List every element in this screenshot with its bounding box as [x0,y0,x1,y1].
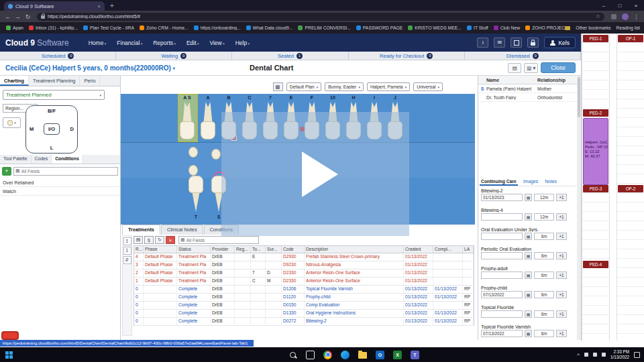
mail-icon[interactable]: ✉ [494,38,505,48]
bookmark-item[interactable]: Club New [492,25,522,30]
select-bunny-easter[interactable]: Bunny, Easter▾ [325,82,364,91]
tab-clinical-notes[interactable]: Clinical Notes [161,225,203,235]
column-header-created[interactable]: Created [404,246,433,253]
appointment-block[interactable]: Halpert, CeCPedo : NP ChiE: 13.22M: 40.3… [583,118,608,185]
care-date-input[interactable] [481,291,523,298]
close-button[interactable]: Close [541,62,576,73]
notification-icon[interactable] [634,352,640,358]
bookmark-item[interactable]: Plan Test Cycle - IIRA [81,25,136,30]
tab-notes[interactable]: Notes [543,178,558,186]
tab-close-icon[interactable]: × [97,3,101,9]
surface-mesial[interactable]: M [30,126,34,132]
refresh-icon[interactable]: ↻ [23,13,33,20]
bookmark-item[interactable]: IT Stuff [465,25,490,30]
left-search-input[interactable] [21,169,116,174]
treatments-search-input[interactable] [186,238,257,243]
care-plus-button[interactable]: +1 [556,272,567,279]
care-date-input[interactable] [481,330,523,337]
record-button[interactable] [1,331,19,340]
menu-edit[interactable]: Edit [182,37,204,49]
contact-row[interactable]: Dr. Tooth FairyOrthodontist [478,93,577,102]
refresh-icon[interactable]: ↻ [155,236,164,244]
window-maximize-button[interactable]: □ [612,3,628,9]
list-item-watch[interactable]: Watch [0,187,120,196]
print-icon[interactable]: ▥ ▾ [524,63,538,73]
room-header-ped-4[interactable]: PED-4 [583,261,608,268]
tab-images[interactable]: Images [522,178,539,186]
tooth[interactable] [201,102,215,139]
address-bar[interactable]: https://pedotraining.cloud9ortho.com/htm… [37,13,604,21]
column-header-la[interactable]: LA [463,246,474,253]
bookmark-item[interactable]: PRELIM CONVERSI... [296,25,352,30]
care-plus-button[interactable]: +1 [556,194,567,201]
layout-icon[interactable]: ▤ [133,236,143,244]
care-interval[interactable]: 6m [534,272,554,279]
bookmark-item[interactable]: https://onboarding... [192,25,243,30]
table-row[interactable]: 2Default PhaseTreatment PlaDrEB7DD2330An… [133,269,474,278]
calendar-icon[interactable]: ▦ [525,272,532,279]
care-interval[interactable]: 12m [534,194,554,201]
profile-avatar[interactable] [622,13,629,20]
care-plus-button[interactable]: +1 [556,330,567,337]
chart-filter-select[interactable]: Treatment Planned ▾ [3,90,105,100]
tooth[interactable] [211,149,221,160]
care-plus-button[interactable]: +1 [556,213,567,221]
scroll-top-icon[interactable]: ↥ [123,237,131,245]
menu-reports[interactable]: Reports [148,37,180,49]
taskbar-icon-chrome[interactable] [323,351,332,359]
column-header-code[interactable]: Code [282,246,305,253]
extensions-icon[interactable] [611,14,616,19]
table-row[interactable]: 1Default PhaseTreatment PlaDrEBCMD2330An… [133,278,474,286]
contact-row[interactable]: SPamela (Pam) HalpertMother [478,84,577,93]
tab-treatment-planning[interactable]: Treatment Planning [29,76,80,86]
tab-tool-palette[interactable]: Tool Palette [0,155,32,164]
table-row[interactable]: 0CompleteDrEBD0150Comp Evaluation01/13/2… [133,302,474,310]
tooth-menu-button[interactable]: ▾ [3,117,21,128]
info-icon[interactable]: i [477,38,488,48]
tooth-surface-selector[interactable]: B/F M I/O D L [25,105,78,154]
care-date-input[interactable] [481,310,523,318]
calendar-icon[interactable]: ▦ [525,252,532,259]
care-plus-button[interactable]: +1 [556,252,567,259]
list-item-over-retained[interactable]: Over Retained [0,178,120,187]
care-interval[interactable]: 6m [534,233,554,240]
status-tab-waiting[interactable]: Waiting0 [116,52,232,60]
taskbar-icon-folder[interactable] [358,352,367,359]
window-close-button[interactable]: × [628,3,644,9]
other-bookmarks[interactable]: Other bookmarks [576,25,610,30]
status-tab-seated[interactable]: Seated1 [232,52,348,60]
column-header-reg[interactable]: Reg... [235,246,251,253]
column-header-provider[interactable]: Provider [211,246,235,253]
bookmark-item[interactable]: PASSWORD PAGE [354,25,405,30]
tray-icon[interactable] [584,353,588,357]
new-tab-button[interactable]: + [110,1,114,11]
treatments-search-box[interactable]: ▦ [178,236,259,244]
surface-buccal-facial[interactable]: B/F [26,108,77,114]
start-button[interactable] [5,351,13,359]
column-header-sur[interactable]: Sur... [266,246,282,253]
play-button[interactable] [302,152,338,197]
browser-tab[interactable]: Cloud 9 Software × [4,1,105,11]
column-header-status[interactable]: Status [177,246,211,253]
menu-view[interactable]: View [205,37,229,49]
select-universal[interactable]: Universal▾ [413,82,443,91]
bookmark-item[interactable]: Zoho CRM - Home... [138,25,191,30]
fullscreen-icon[interactable] [511,38,522,48]
status-tab-scheduled[interactable]: Scheduled0 [0,52,116,60]
left-search-box[interactable]: ▦ [13,167,118,176]
tray-expand-icon[interactable]: ^ [577,352,580,358]
taskbar-icon-teams[interactable]: T [411,351,419,359]
table-row[interactable]: 0CompleteDrEBD1206Topical Fluoride Varni… [133,286,474,294]
window-minimize-button[interactable]: – [596,3,612,9]
bookmark-item[interactable]: What Data cloud9... [244,25,295,30]
table-row[interactable]: 0CompleteDrEBD1120Prophy-child01/13/2022… [133,294,474,302]
sort-icon[interactable]: ⇵ [123,256,131,264]
care-date-input[interactable] [481,213,523,221]
calendar-icon[interactable]: ▦ [525,330,532,337]
care-interval[interactable]: 6m [534,330,554,337]
chart-book-icon[interactable]: ▤ [508,63,521,73]
care-date-input[interactable] [481,194,523,201]
fee-icon[interactable]: $ [144,236,154,244]
care-interval[interactable]: 6m [534,291,554,298]
tab-continuing-care[interactable]: Continuing Care [480,178,518,186]
